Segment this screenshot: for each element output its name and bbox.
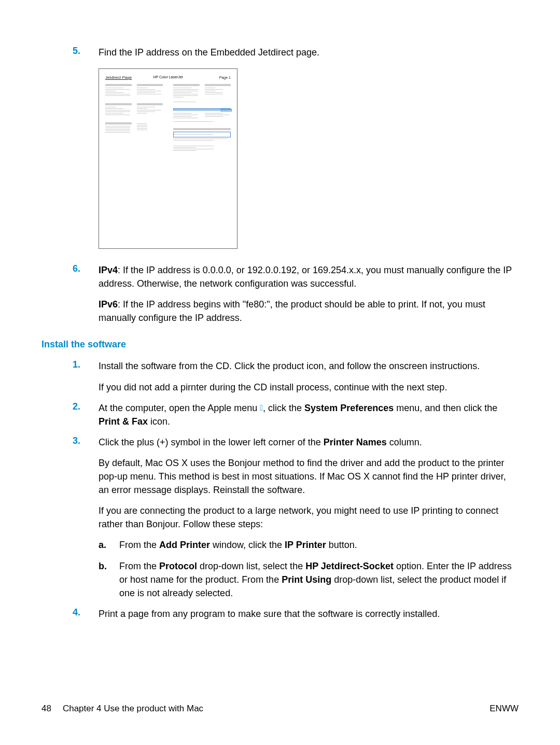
text-mid2: menu, and then click the bbox=[394, 403, 497, 413]
jetdirect-highlight-callout bbox=[220, 109, 232, 111]
ipv6-text: : If the IP address begins with "fe80:",… bbox=[99, 299, 485, 323]
apple-icon:  bbox=[260, 403, 263, 412]
ipv4-label: IPv4 bbox=[99, 265, 118, 275]
text: window, click the bbox=[210, 540, 285, 550]
step-text: Find the IP address on the Embedded Jetd… bbox=[99, 46, 519, 59]
text: drop-down list, select the bbox=[197, 561, 305, 571]
substep-body: From the Protocol drop-down list, select… bbox=[119, 559, 519, 600]
step-body: IPv4: If the IP address is 0.0.0.0, or 1… bbox=[99, 263, 519, 325]
page-content: 5. Find the IP address on the Embedded J… bbox=[41, 46, 519, 621]
step-number: 6. bbox=[41, 263, 99, 325]
ipv6-label: IPv6 bbox=[99, 299, 118, 310]
paragraph-ipprint: If you are connecting the product to a l… bbox=[99, 504, 519, 531]
protocol-label: Protocol bbox=[159, 561, 197, 571]
add-printer-label: Add Printer bbox=[159, 540, 210, 550]
print-using-label: Print Using bbox=[282, 574, 331, 585]
text: From the bbox=[119, 561, 159, 571]
text-end: icon. bbox=[148, 416, 170, 427]
step-number: 4. bbox=[41, 607, 99, 621]
ip-printer-label: IP Printer bbox=[285, 540, 326, 550]
page-footer: 48 Chapter 4 Use the product with Mac EN… bbox=[41, 704, 519, 714]
printer-names-label: Printer Names bbox=[324, 437, 387, 447]
text: button. bbox=[326, 540, 357, 550]
step-number: 5. bbox=[41, 46, 99, 59]
install-step-2: 2. At the computer, open the Apple menu … bbox=[41, 401, 519, 428]
step-body: Install the software from the CD. Click … bbox=[99, 359, 519, 393]
install-step-4: 4. Print a page from any program to make… bbox=[41, 607, 519, 621]
install-step-1: 1. Install the software from the CD. Cli… bbox=[41, 359, 519, 393]
text-mid: , click the bbox=[263, 403, 304, 413]
print-fax-label: Print & Fax bbox=[99, 416, 148, 427]
substep-body: From the Add Printer window, click the I… bbox=[119, 538, 519, 552]
text-a: Click the plus (+) symbol in the lower l… bbox=[99, 437, 324, 447]
section-heading-install-software: Install the software bbox=[41, 339, 519, 350]
step-body: Click the plus (+) symbol in the lower l… bbox=[99, 435, 519, 600]
step-number: 3. bbox=[41, 435, 99, 600]
jetdirect-page-figure: Jetdirect Page Page 1 HP Color LaserJet bbox=[99, 68, 237, 249]
step-number: 2. bbox=[41, 401, 99, 428]
jetdirect-title: Jetdirect Page bbox=[105, 75, 132, 80]
step-text: Print a page from any program to make su… bbox=[99, 607, 519, 621]
jetdirect-model: HP Color LaserJet bbox=[153, 75, 183, 79]
jetdirect-socket-label: HP Jetdirect-Socket bbox=[305, 561, 394, 571]
substep-a: a. From the Add Printer window, click th… bbox=[99, 538, 519, 552]
substep-letter: a. bbox=[99, 538, 119, 552]
jetdirect-page-label: Page 1 bbox=[219, 76, 231, 79]
jetdirect-highlight-box bbox=[173, 132, 231, 137]
install-step-3: 3. Click the plus (+) symbol in the lowe… bbox=[41, 435, 519, 600]
step-number: 1. bbox=[41, 359, 99, 393]
substep-letter: b. bbox=[99, 559, 119, 600]
chapter-label: Chapter 4 Use the product with Mac bbox=[63, 704, 203, 714]
step-text: Install the software from the CD. Click … bbox=[99, 361, 480, 371]
text: From the bbox=[119, 540, 159, 550]
ipv4-text: : If the IP address is 0.0.0.0, or 192.0… bbox=[99, 265, 512, 289]
step-body: At the computer, open the Apple menu , … bbox=[99, 401, 519, 428]
paragraph-bonjour: By default, Mac OS X uses the Bonjour me… bbox=[99, 456, 519, 497]
step-5: 5. Find the IP address on the Embedded J… bbox=[41, 46, 519, 59]
text-pre: At the computer, open the Apple menu bbox=[99, 403, 260, 413]
step-note: If you did not add a pirnter during the … bbox=[99, 381, 519, 394]
text-b: column. bbox=[387, 437, 422, 447]
system-preferences-label: System Preferences bbox=[304, 403, 394, 413]
footer-right: ENWW bbox=[489, 704, 519, 714]
page-number: 48 bbox=[41, 704, 51, 714]
step-6: 6. IPv4: If the IP address is 0.0.0.0, o… bbox=[41, 263, 519, 325]
substep-b: b. From the Protocol drop-down list, sel… bbox=[99, 559, 519, 600]
